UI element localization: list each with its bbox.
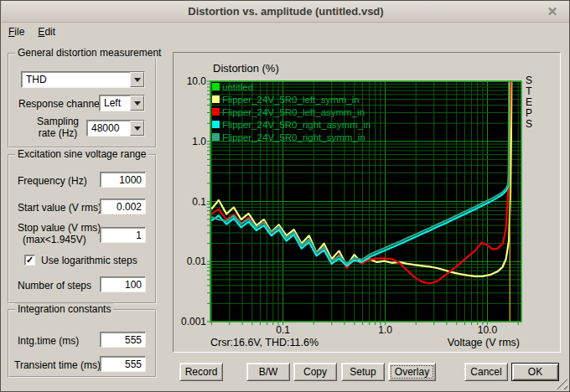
frequency-input[interactable] [100, 172, 146, 188]
legend-swatch [212, 121, 220, 128]
response-channel-combobox[interactable]: Left [99, 95, 145, 111]
legend-item: Flipper_24V_5R0_left_asymm_in [212, 106, 370, 118]
menu-edit[interactable]: Edit [31, 24, 62, 39]
transient-time-label: Transient time (ms) [14, 359, 101, 371]
frequency-label: Frequency (Hz) [18, 175, 87, 187]
start-value-label: Start value (V rms) [18, 202, 101, 214]
response-channel-label: Response channel [18, 98, 101, 110]
legend-label: Flipper_24V_5R0_right_symm_in [222, 132, 365, 142]
title-bar[interactable]: Distortion vs. amplitude (untitled.vsd) … [2, 1, 570, 23]
chart-legend: untitledFlipper_24V_5R0_left_symm_inFlip… [212, 80, 370, 143]
transient-time-input[interactable] [100, 356, 146, 372]
y-tick-label: 0.001 [174, 316, 206, 328]
legend-swatch [212, 95, 220, 103]
legend-label: Flipper_24V_5R0_left_symm_in [222, 95, 360, 105]
cursor-status-text: Crsr:16.6V, THD:11.6% [210, 337, 319, 348]
stop-value-label: Stop value (V rms) [18, 222, 101, 234]
legend-swatch [212, 83, 220, 90]
menu-bar: FileEdit [2, 23, 570, 40]
log-steps-checkbox[interactable]: ✓ [24, 255, 35, 266]
app-window: Distortion vs. amplitude (untitled.vsd) … [0, 0, 570, 392]
sampling-rate-combobox[interactable]: 48000 [86, 120, 145, 137]
menu-file[interactable]: File [2, 24, 31, 39]
x-axis-title: Voltage (V rms) [369, 337, 520, 348]
legend-item: Flipper_24V_5R0_right_symm_in [212, 131, 370, 143]
legend-swatch [212, 133, 220, 141]
close-icon[interactable]: ✕ [545, 4, 560, 19]
overlay-button[interactable]: Overlay [388, 363, 436, 381]
number-of-steps-label: Number of steps [18, 280, 91, 291]
group-general-title: General distortion measurement [15, 47, 163, 59]
y-tick-label: 0.01 [174, 255, 206, 267]
sampling-rate-label-line1: Sampling [34, 116, 81, 127]
y-tick-label: 0.1 [174, 196, 206, 208]
legend-item: untitled [212, 80, 370, 93]
sampling-rate-value: 48000 [87, 122, 130, 134]
setup-button[interactable]: Setup [341, 363, 385, 381]
start-value-input[interactable] [100, 199, 146, 214]
x-tick-label: 10.0 [469, 324, 505, 336]
stop-value-note: (max<1.945V) [23, 234, 86, 245]
chevron-down-icon[interactable] [130, 95, 144, 111]
legend-label: Flipper_24V_5R0_left_asymm_in [222, 107, 365, 117]
window-title: Distortion vs. amplitude (untitled.vsd) [188, 5, 383, 18]
cancel-button[interactable]: Cancel [464, 363, 508, 381]
measurement-type-value: THD [22, 74, 130, 85]
intg-time-label: Intg.time (ms) [18, 335, 79, 347]
chevron-down-icon[interactable] [130, 121, 144, 136]
chart-panel: Distortion (%) untitledFlipper_24V_5R0_l… [173, 52, 561, 353]
y-tick-label: 1.0 [174, 136, 206, 147]
sampling-rate-label-line2: rate (Hz) [34, 127, 81, 139]
legend-label: untitled [222, 82, 253, 92]
measurement-type-combobox[interactable]: THD [21, 71, 145, 88]
x-tick-label: 0.1 [265, 324, 302, 336]
group-integration-title: Integration constants [15, 303, 113, 315]
record-button[interactable]: Record [179, 363, 223, 381]
b-w-button[interactable]: B/W [246, 363, 290, 381]
intg-time-input[interactable] [100, 332, 146, 348]
group-excitation-title: Excitation sine voltage range [15, 148, 148, 160]
stop-value-input[interactable] [100, 227, 146, 243]
legend-item: Flipper_24V_5R0_left_symm_in [212, 93, 370, 106]
response-channel-value: Left [100, 97, 130, 109]
chart-title: Distortion (%) [213, 62, 279, 75]
chevron-down-icon[interactable] [130, 72, 144, 87]
number-of-steps-input[interactable] [100, 276, 146, 292]
legend-label: Flipper_24V_5R0_right_asymm_in [222, 120, 370, 130]
legend-swatch [212, 108, 220, 116]
log-steps-label: Use logarithmic steps [41, 255, 137, 266]
steps-axis-label: STEPS [524, 75, 534, 130]
legend-item: Flipper_24V_5R0_right_asymm_in [212, 118, 370, 131]
copy-button[interactable]: Copy [293, 363, 337, 381]
ok-button[interactable]: OK [511, 363, 559, 381]
x-tick-label: 1.0 [367, 324, 404, 336]
y-tick-label: 10.0 [174, 75, 206, 87]
